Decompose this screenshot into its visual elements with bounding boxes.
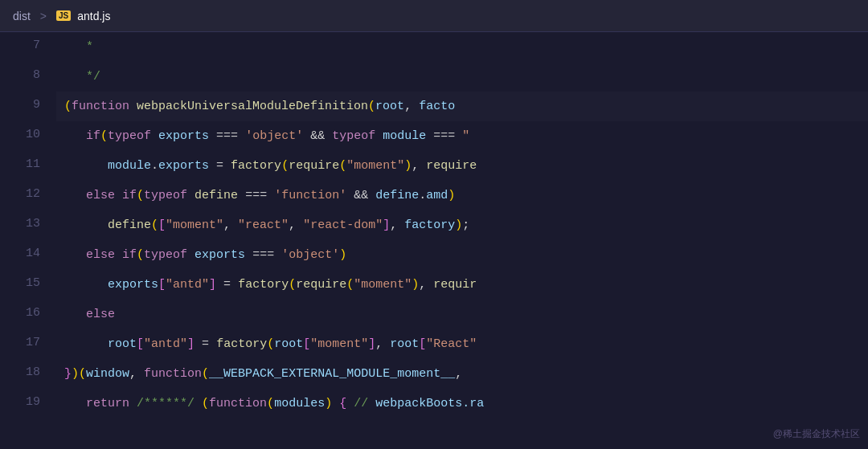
code-token: ( <box>100 129 108 143</box>
code-token: module <box>108 159 151 173</box>
code-token <box>216 278 223 292</box>
code-token: && <box>310 129 325 143</box>
line-content: * <box>56 32 868 62</box>
line-number: 16 <box>0 300 56 329</box>
code-editor[interactable]: 7 *8 */9(function webpackUniversalModule… <box>0 32 868 449</box>
line-number: 11 <box>0 151 56 181</box>
code-line: 10 if(typeof exports === 'object' && typ… <box>0 121 868 151</box>
code-token <box>64 337 108 351</box>
line-content: */ <box>56 62 868 92</box>
code-token <box>209 159 216 173</box>
code-token: ] <box>383 218 390 232</box>
code-token: . <box>151 159 158 173</box>
code-token: , <box>375 337 390 351</box>
code-token: " <box>462 129 469 143</box>
code-token: , <box>411 159 426 173</box>
code-token: ( <box>339 159 346 173</box>
code-token: exports <box>158 129 209 143</box>
code-token <box>375 129 383 143</box>
code-token: ( <box>64 100 72 113</box>
code-token: require <box>296 278 346 292</box>
code-token: [ <box>303 337 310 351</box>
code-token: function <box>209 397 267 410</box>
code-token: , <box>390 218 404 232</box>
code-token <box>303 129 310 143</box>
code-token: window <box>86 367 129 381</box>
line-content: define(["moment", "react", "react-dom"],… <box>56 210 868 240</box>
code-token <box>64 129 86 143</box>
code-line: 19 return /******/ (function(modules) { … <box>0 389 868 418</box>
code-token: = <box>216 159 223 173</box>
code-token: "moment" <box>346 159 404 173</box>
code-token <box>231 278 238 292</box>
line-number: 9 <box>0 92 56 121</box>
code-token: webpackUniversalModuleDefinition <box>137 100 368 113</box>
code-token: ) <box>411 278 419 292</box>
code-token: factory <box>404 218 455 232</box>
code-token: ( <box>281 159 289 173</box>
code-token: , <box>404 100 419 113</box>
code-token <box>426 129 433 143</box>
line-number: 17 <box>0 329 56 359</box>
code-token: factory <box>238 278 289 292</box>
code-token <box>455 129 462 143</box>
code-token <box>64 278 108 292</box>
code-line: 14 else if(typeof exports === 'object') <box>0 240 868 270</box>
code-token: ; <box>462 218 469 232</box>
code-token: ( <box>202 397 209 410</box>
code-token <box>209 337 216 351</box>
code-token: ] <box>209 278 216 292</box>
code-token <box>64 397 86 410</box>
code-line: 18})(window, function(__WEBPACK_EXTERNAL… <box>0 359 868 389</box>
code-token: , <box>419 278 433 292</box>
code-token: [ <box>158 278 166 292</box>
code-token: , <box>223 218 238 232</box>
code-line: 11 module.exports = factory(require("mom… <box>0 151 868 181</box>
code-token: ( <box>267 397 274 410</box>
code-token: ( <box>267 337 274 351</box>
code-token: 'function' <box>274 189 346 202</box>
code-line: 7 * <box>0 32 868 62</box>
line-content: else if(typeof exports === 'object') <box>56 240 868 270</box>
code-token: } <box>64 367 72 381</box>
code-token <box>115 248 122 262</box>
code-line: 12 else if(typeof define === 'function' … <box>0 181 868 210</box>
code-token: function <box>72 100 129 113</box>
code-token: "antd" <box>144 337 187 351</box>
code-token: return <box>86 397 129 410</box>
line-number: 10 <box>0 121 56 151</box>
code-token: ) <box>325 397 332 410</box>
code-token: exports <box>194 248 245 262</box>
code-token: function <box>144 367 202 381</box>
code-token: * <box>64 40 93 54</box>
code-token: root <box>375 100 404 113</box>
code-token: modules <box>274 397 325 410</box>
code-token <box>194 397 202 410</box>
code-token: === <box>216 129 238 143</box>
code-token: === <box>252 248 274 262</box>
breadcrumb-separator: > <box>40 10 47 22</box>
code-token: /******/ <box>137 397 194 410</box>
code-token: . <box>419 189 426 202</box>
code-token <box>64 308 86 321</box>
code-token: else <box>86 308 115 321</box>
code-token <box>245 248 252 262</box>
code-token: webpackBoots.ra <box>375 397 484 410</box>
code-token <box>64 218 108 232</box>
line-content: module.exports = factory(require("moment… <box>56 151 868 181</box>
code-token <box>346 397 354 410</box>
line-number: 18 <box>0 359 56 389</box>
code-token <box>346 189 354 202</box>
code-token <box>223 159 231 173</box>
breadcrumb-dist: dist <box>13 10 31 22</box>
code-token: exports <box>158 159 209 173</box>
code-token: ( <box>137 248 144 262</box>
code-token: ) <box>404 159 411 173</box>
code-token: ( <box>202 367 209 381</box>
code-token: amd <box>426 189 448 202</box>
line-number: 19 <box>0 389 56 418</box>
code-token: define <box>194 189 238 202</box>
code-token <box>187 189 194 202</box>
code-token: [ <box>137 337 144 351</box>
code-token: 'object' <box>245 129 303 143</box>
